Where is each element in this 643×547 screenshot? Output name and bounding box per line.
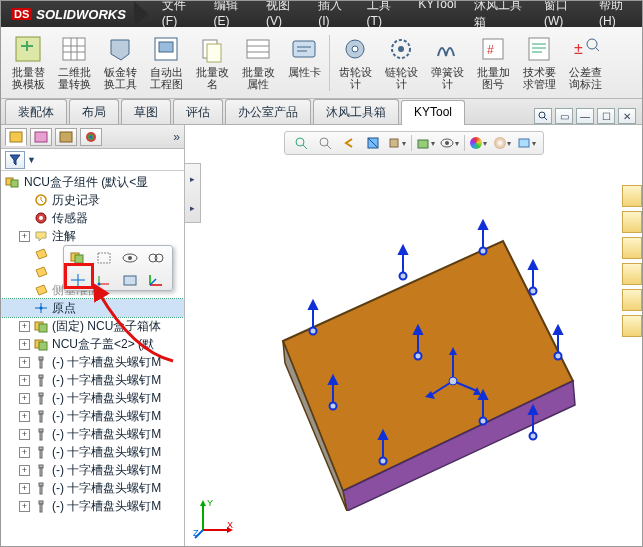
ribbon-props-button[interactable]: 批量改 属性 bbox=[235, 30, 281, 96]
expander[interactable]: + bbox=[19, 393, 30, 404]
tab-5[interactable]: 沐风工具箱 bbox=[313, 99, 399, 124]
zoom-fit-button[interactable] bbox=[291, 134, 311, 152]
side-tab-appearance[interactable] bbox=[80, 128, 102, 146]
tree-node-2[interactable]: +注解 bbox=[1, 227, 184, 245]
ribbon-number-button[interactable]: #批量加 图号 bbox=[470, 30, 516, 96]
task-custom-button[interactable] bbox=[622, 315, 642, 337]
tree-node-11[interactable]: +(-) 十字槽盘头螺钉M bbox=[1, 389, 184, 407]
ribbon-tol-button[interactable]: ±公差查 询标注 bbox=[562, 30, 608, 96]
part-icon bbox=[33, 337, 49, 351]
tech-icon bbox=[524, 34, 554, 64]
flyout-tree-handle[interactable]: ▸▸ bbox=[185, 163, 201, 223]
expander[interactable]: + bbox=[19, 357, 30, 368]
task-view-palette-button[interactable] bbox=[622, 263, 642, 285]
tree-node-1[interactable]: 传感器 bbox=[1, 209, 184, 227]
expander[interactable]: + bbox=[19, 411, 30, 422]
svg-rect-90 bbox=[418, 140, 428, 148]
zoom-area-button[interactable] bbox=[315, 134, 335, 152]
close-button[interactable]: ✕ bbox=[618, 108, 636, 124]
expander[interactable]: + bbox=[19, 447, 30, 458]
side-tab-property[interactable] bbox=[30, 128, 52, 146]
ribbon-card-button[interactable]: 属性卡 bbox=[281, 30, 327, 96]
ribbon-spring-button[interactable]: 弹簧设 计 bbox=[424, 30, 470, 96]
ribbon-rename-button[interactable]: 批量改 名 bbox=[189, 30, 235, 96]
ribbon-sheet-button[interactable]: 钣金转 换工具 bbox=[97, 30, 143, 96]
svg-point-115 bbox=[480, 418, 487, 425]
ctx-eye-button[interactable] bbox=[118, 248, 142, 268]
tab-1[interactable]: 布局 bbox=[69, 99, 119, 124]
svg-point-71 bbox=[128, 256, 132, 260]
tree-node-15[interactable]: +(-) 十字槽盘头螺钉M bbox=[1, 461, 184, 479]
view-settings-button[interactable]: ▾ bbox=[517, 134, 537, 152]
tab-2[interactable]: 草图 bbox=[121, 99, 171, 124]
expander[interactable]: + bbox=[19, 339, 30, 350]
expand-panel-button[interactable]: » bbox=[173, 130, 180, 144]
svg-marker-108 bbox=[529, 261, 537, 269]
ribbon-drawing-button[interactable]: 自动出 工程图 bbox=[143, 30, 189, 96]
tree-node-13[interactable]: +(-) 十字槽盘头螺钉M bbox=[1, 425, 184, 443]
screw-icon bbox=[33, 445, 49, 459]
svg-point-73 bbox=[155, 254, 163, 262]
window-options-button[interactable]: ▭ bbox=[555, 108, 573, 124]
task-resources-button[interactable] bbox=[622, 185, 642, 207]
ribbon-gear-button[interactable]: 齿轮设 计 bbox=[332, 30, 378, 96]
expander[interactable]: + bbox=[19, 321, 30, 332]
svg-rect-62 bbox=[40, 468, 42, 476]
edit-appearance-button[interactable]: ▾ bbox=[469, 134, 489, 152]
ribbon-swap-button[interactable]: 批量替 换模板 bbox=[5, 30, 51, 96]
tree-node-10[interactable]: +(-) 十字槽盘头螺钉M bbox=[1, 371, 184, 389]
annot-icon bbox=[33, 229, 49, 243]
side-tab-config[interactable] bbox=[55, 128, 77, 146]
tree-node-12[interactable]: +(-) 十字槽盘头螺钉M bbox=[1, 407, 184, 425]
side-tab-bar: » bbox=[1, 125, 184, 149]
task-explorer-button[interactable] bbox=[622, 237, 642, 259]
tab-6[interactable]: KYTool bbox=[401, 100, 465, 125]
prev-view-button[interactable] bbox=[339, 134, 359, 152]
tree-node-17[interactable]: +(-) 十字槽盘头螺钉M bbox=[1, 497, 184, 515]
minimize-button[interactable]: — bbox=[576, 108, 594, 124]
expander[interactable]: + bbox=[19, 483, 30, 494]
task-library-button[interactable] bbox=[622, 211, 642, 233]
expander[interactable]: + bbox=[19, 501, 30, 512]
tree-root[interactable]: NCU盒子组件 (默认<显 bbox=[1, 173, 184, 191]
task-appearance-button[interactable] bbox=[622, 289, 642, 311]
svg-text:Z: Z bbox=[193, 528, 199, 538]
expander[interactable]: + bbox=[19, 429, 30, 440]
expander[interactable]: + bbox=[19, 375, 30, 386]
ribbon-tech-button[interactable]: 技术要 求管理 bbox=[516, 30, 562, 96]
ribbon-sprocket-button[interactable]: 链轮设 计 bbox=[378, 30, 424, 96]
screw-icon bbox=[33, 499, 49, 513]
feature-manager-panel: » ▼ NCU盒子组件 (默认<显 历史记录传感器+注解侧基准面原点+(固定) … bbox=[1, 125, 185, 547]
graphics-viewport[interactable]: ▾ ▾ ▾ ▾ ▾ ▾ ▸▸ bbox=[185, 125, 642, 547]
expander[interactable]: + bbox=[19, 231, 30, 242]
hide-show-button[interactable]: ▾ bbox=[440, 134, 460, 152]
svg-rect-31 bbox=[10, 132, 22, 142]
filter-button[interactable] bbox=[5, 151, 25, 169]
side-tab-feature-tree[interactable] bbox=[5, 128, 27, 146]
ribbon-label: 链轮设 计 bbox=[385, 66, 418, 90]
view-orient-button[interactable]: ▾ bbox=[387, 134, 407, 152]
ctx-hide-button[interactable] bbox=[92, 248, 116, 268]
ribbon-label: 批量替 换模板 bbox=[12, 66, 45, 90]
ribbon-grid-button[interactable]: 二维批 量转换 bbox=[51, 30, 97, 96]
svg-rect-7 bbox=[159, 42, 173, 52]
tab-4[interactable]: 办公室产品 bbox=[225, 99, 311, 124]
svg-point-44 bbox=[40, 307, 43, 310]
filter-dropdown[interactable]: ▼ bbox=[27, 155, 36, 165]
tree-node-16[interactable]: +(-) 十字槽盘头螺钉M bbox=[1, 479, 184, 497]
apply-scene-button[interactable]: ▾ bbox=[493, 134, 513, 152]
tree-node-0[interactable]: 历史记录 bbox=[1, 191, 184, 209]
tab-3[interactable]: 评估 bbox=[173, 99, 223, 124]
gear-icon bbox=[340, 34, 370, 64]
expander[interactable]: + bbox=[19, 465, 30, 476]
ctx-mate-button[interactable] bbox=[144, 248, 168, 268]
tree-node-14[interactable]: +(-) 十字槽盘头螺钉M bbox=[1, 443, 184, 461]
svg-point-127 bbox=[415, 353, 422, 360]
display-style-button[interactable]: ▾ bbox=[416, 134, 436, 152]
section-view-button[interactable] bbox=[363, 134, 383, 152]
number-icon: # bbox=[478, 34, 508, 64]
svg-rect-68 bbox=[75, 255, 83, 263]
search-button[interactable] bbox=[534, 108, 552, 124]
tab-0[interactable]: 装配体 bbox=[5, 99, 67, 124]
maximize-button[interactable]: ☐ bbox=[597, 108, 615, 124]
